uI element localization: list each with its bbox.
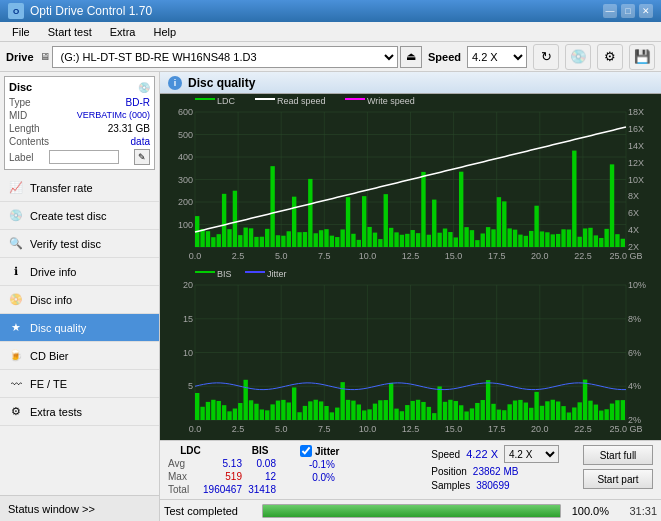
menu-file[interactable]: File [4,24,38,40]
speed-dropdown[interactable]: 4.2 X [504,445,559,463]
speed-label: Speed [428,51,461,63]
length-value: 23.31 GB [108,123,150,134]
length-label: Length [9,123,40,134]
nav-label-verify-test-disc: Verify test disc [30,238,101,250]
save-button[interactable]: 💾 [629,44,655,70]
disc-action-button[interactable]: 💿 [565,44,591,70]
app-icon: O [8,3,24,19]
sidebar-nav: 📈 Transfer rate 💿 Create test disc 🔍 Ver… [0,174,159,495]
progress-bar-container [262,504,561,518]
ldc-max: 519 [202,471,242,482]
eject-button[interactable]: ⏏ [400,46,422,68]
maximize-button[interactable]: □ [621,4,635,18]
menu-extra[interactable]: Extra [102,24,144,40]
menu-start-test[interactable]: Start test [40,24,100,40]
extra-tests-icon: ⚙ [8,404,24,420]
nav-label-cd-bier: CD Bier [30,350,69,362]
chart-bottom [160,267,661,440]
bis-total: 31418 [246,484,276,495]
avg-label: Avg [168,458,198,469]
drive-info-icon: ℹ [8,264,24,280]
start-full-button[interactable]: Start full [583,445,653,465]
speed-label: Speed [431,449,460,460]
sidebar-item-verify-test-disc[interactable]: 🔍 Verify test disc [0,230,159,258]
nav-label-transfer-rate: Transfer rate [30,182,93,194]
disc-info-icon: 📀 [8,292,24,308]
speed-select[interactable]: 4.2 X [467,46,527,68]
fe-te-icon: 〰 [8,376,24,392]
nav-label-drive-info: Drive info [30,266,76,278]
test-completed-label: Test completed [164,505,254,517]
jitter-max: 0.0% [300,472,335,483]
sidebar-item-disc-info[interactable]: 📀 Disc info [0,286,159,314]
progress-percent: 100.0% [569,505,609,517]
sidebar-item-extra-tests[interactable]: ⚙ Extra tests [0,398,159,426]
chart-bottom-wrapper [160,267,661,440]
max-label: Max [168,471,198,482]
nav-label-disc-quality: Disc quality [30,322,86,334]
label-icon-button[interactable]: ✎ [134,149,150,165]
status-window-button[interactable]: Status window >> [0,495,159,521]
bis-header: BIS [245,445,275,456]
charts-container [160,94,661,440]
start-part-button[interactable]: Start part [583,469,653,489]
type-value: BD-R [126,97,150,108]
progress-area: Test completed 100.0% 31:31 [160,499,661,521]
mid-value: VERBATIMc (000) [77,110,150,121]
menu-help[interactable]: Help [145,24,184,40]
disc-panel: Disc 💿 Type BD-R MID VERBATIMc (000) Len… [4,76,155,170]
drive-bar: Drive 🖥 (G:) HL-DT-ST BD-RE WH16NS48 1.D… [0,42,661,72]
jitter-checkbox[interactable] [300,445,312,457]
sidebar-item-disc-quality[interactable]: ★ Disc quality [0,314,159,342]
bis-max: 12 [246,471,276,482]
drive-label: Drive [6,51,34,63]
nav-label-disc-info: Disc info [30,294,72,306]
close-button[interactable]: ✕ [639,4,653,18]
app-title: Opti Drive Control 1.70 [30,4,152,18]
sidebar-item-create-test-disc[interactable]: 💿 Create test disc [0,202,159,230]
stats-bar: LDC BIS Avg 5.13 0.08 Max 519 12 Total 1… [160,440,661,499]
total-label: Total [168,484,198,495]
verify-test-disc-icon: 🔍 [8,236,24,252]
refresh-button[interactable]: ↻ [533,44,559,70]
drive-select[interactable]: (G:) HL-DT-ST BD-RE WH16NS48 1.D3 [52,46,398,68]
mid-label: MID [9,110,27,121]
cd-bier-icon: 🍺 [8,348,24,364]
speed-value: 4.22 X [466,448,498,460]
panel-header: i Disc quality [160,72,661,94]
nav-label-fe-te: FE / TE [30,378,67,390]
sidebar-item-drive-info[interactable]: ℹ Drive info [0,258,159,286]
contents-value: data [131,136,150,147]
create-test-disc-icon: 💿 [8,208,24,224]
chart-top-wrapper [160,94,661,267]
sidebar-item-transfer-rate[interactable]: 📈 Transfer rate [0,174,159,202]
ldc-header: LDC [168,445,213,456]
minimize-button[interactable]: — [603,4,617,18]
main-layout: Disc 💿 Type BD-R MID VERBATIMc (000) Len… [0,72,661,521]
jitter-header: Jitter [315,446,339,457]
label-label: Label [9,152,33,163]
disc-quality-icon: ★ [8,320,24,336]
content-area: i Disc quality LDC BIS Avg 5.13 [160,72,661,521]
sidebar-item-fe-te[interactable]: 〰 FE / TE [0,370,159,398]
samples-label: Samples [431,480,470,491]
nav-label-extra-tests: Extra tests [30,406,82,418]
samples-value: 380699 [476,480,509,491]
label-input[interactable] [49,150,119,164]
sidebar: Disc 💿 Type BD-R MID VERBATIMc (000) Len… [0,72,160,521]
progress-time: 31:31 [617,505,657,517]
settings-button[interactable]: ⚙ [597,44,623,70]
progress-bar-fill [263,505,560,517]
position-value: 23862 MB [473,466,519,477]
ldc-avg: 5.13 [202,458,242,469]
panel-title: Disc quality [188,76,255,90]
type-label: Type [9,97,31,108]
nav-label-create-test-disc: Create test disc [30,210,106,222]
position-label: Position [431,466,467,477]
transfer-rate-icon: 📈 [8,180,24,196]
bis-avg: 0.08 [246,458,276,469]
sidebar-item-cd-bier[interactable]: 🍺 CD Bier [0,342,159,370]
ldc-total: 1960467 [202,484,242,495]
disc-panel-title: Disc [9,81,32,93]
contents-label: Contents [9,136,49,147]
